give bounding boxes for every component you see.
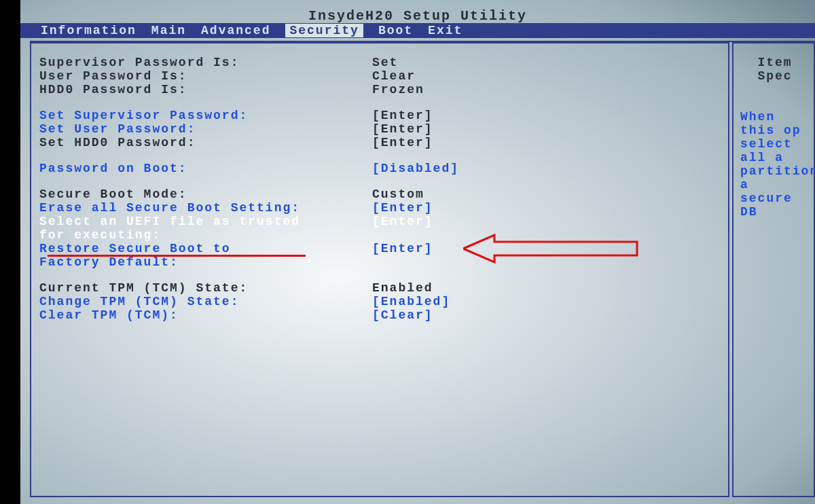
- tab-information[interactable]: Information: [41, 24, 137, 37]
- row-erase-secure-boot[interactable]: Erase all Secure Boot Setting: [Enter]: [39, 201, 723, 215]
- value: [372, 228, 617, 242]
- row-restore-secure-boot-l2[interactable]: Factory Default:: [39, 255, 723, 269]
- label: Factory Default:: [39, 255, 372, 269]
- row-change-tpm[interactable]: Change TPM (TCM) State: [Enabled]: [39, 295, 723, 308]
- tab-security[interactable]: Security: [285, 24, 363, 37]
- value: [Enter]: [372, 109, 617, 122]
- tab-exit[interactable]: Exit: [428, 24, 463, 37]
- label: Secure Boot Mode:: [39, 187, 372, 201]
- label: Password on Boot:: [39, 162, 372, 175]
- value: Clear: [372, 69, 617, 83]
- label: Set User Password:: [39, 122, 372, 136]
- label: Set HDD0 Password:: [39, 136, 372, 149]
- label: Select an UEFI file as trusted: [39, 215, 372, 228]
- help-line: select all a: [740, 137, 810, 164]
- value: Frozen: [372, 83, 617, 96]
- value: [Enter]: [372, 136, 617, 149]
- row-restore-secure-boot[interactable]: Restore Secure Boot to [Enter]: [39, 242, 723, 255]
- label: Supervisor Password Is:: [39, 56, 372, 69]
- label: User Password Is:: [39, 69, 372, 83]
- row-set-hdd0-pw[interactable]: Set HDD0 Password: [Enter]: [39, 136, 723, 149]
- label: HDD0 Password Is:: [39, 83, 372, 96]
- help-line: secure DB: [740, 192, 810, 219]
- value: Enabled: [372, 281, 617, 295]
- row-clear-tpm[interactable]: Clear TPM (TCM): [Clear]: [39, 308, 723, 322]
- row-supervisor-pw-is: Supervisor Password Is: Set: [39, 56, 723, 69]
- row-set-user-pw[interactable]: Set User Password: [Enter]: [39, 122, 723, 136]
- help-line: partitions a: [740, 164, 810, 192]
- row-set-supervisor-pw[interactable]: Set Supervisor Password: [Enter]: [39, 109, 723, 122]
- value: Custom: [372, 187, 617, 201]
- row-secure-boot-mode: Secure Boot Mode: Custom: [39, 187, 723, 201]
- value: [Enter]: [372, 122, 617, 136]
- row-select-uefi-trusted[interactable]: Select an UEFI file as trusted [Enter]: [39, 215, 723, 228]
- help-heading: Item Spec: [740, 56, 810, 83]
- row-hdd0-pw-is: HDD0 Password Is: Frozen: [39, 83, 723, 96]
- tab-advanced[interactable]: Advanced: [201, 24, 270, 37]
- label: Clear TPM (TCM):: [39, 308, 372, 322]
- menu-bar: Information Main Advanced Security Boot …: [20, 23, 815, 38]
- label: Set Supervisor Password:: [39, 109, 372, 122]
- value: [Enter]: [372, 201, 617, 215]
- value: [Enter]: [372, 215, 617, 228]
- row-select-uefi-trusted-l2[interactable]: for executing:: [39, 228, 723, 242]
- label: Restore Secure Boot to: [39, 242, 372, 255]
- help-panel: Item Spec When this op select all a part…: [732, 42, 815, 497]
- bios-screen: InsydeH20 Setup Utility Information Main…: [20, 0, 815, 504]
- label: Change TPM (TCM) State:: [39, 295, 372, 308]
- content-area: Supervisor Password Is: Set User Passwor…: [30, 41, 815, 497]
- value: Set: [372, 56, 617, 69]
- value: [Disabled]: [372, 162, 617, 175]
- main-panel: Supervisor Password Is: Set User Passwor…: [30, 42, 729, 497]
- row-user-pw-is: User Password Is: Clear: [39, 69, 723, 83]
- row-current-tpm: Current TPM (TCM) State: Enabled: [39, 281, 723, 295]
- utility-title: InsydeH20 Setup Utility: [20, 8, 815, 24]
- value: [Enabled]: [372, 295, 617, 308]
- value: [Enter]: [372, 242, 617, 255]
- tab-boot[interactable]: Boot: [378, 24, 413, 37]
- value: [Clear]: [372, 308, 617, 322]
- label: Current TPM (TCM) State:: [39, 281, 372, 295]
- value: [372, 255, 617, 269]
- row-password-on-boot[interactable]: Password on Boot: [Disabled]: [39, 162, 723, 175]
- label: for executing:: [39, 228, 372, 242]
- help-line: When this op: [740, 110, 810, 137]
- tab-main[interactable]: Main: [151, 24, 186, 37]
- label: Erase all Secure Boot Setting:: [39, 201, 372, 215]
